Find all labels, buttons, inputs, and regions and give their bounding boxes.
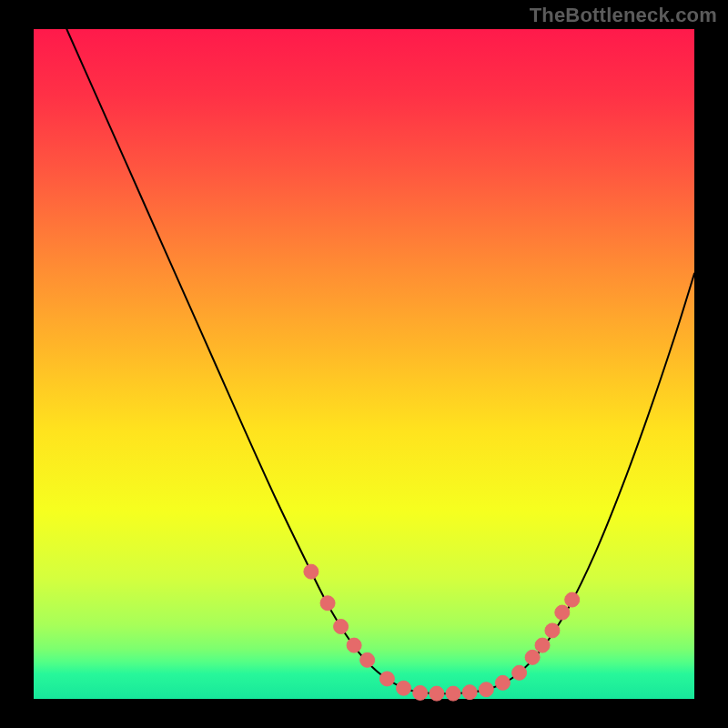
highlight-dot <box>545 623 560 638</box>
plot-background <box>34 29 694 699</box>
chart-stage: TheBottleneck.com <box>0 0 728 728</box>
highlight-dot <box>413 685 428 700</box>
highlight-dot <box>379 672 394 686</box>
highlight-dot <box>555 605 570 620</box>
highlight-dot <box>360 652 375 667</box>
highlight-dot <box>446 686 460 701</box>
highlight-dot <box>565 592 580 607</box>
highlight-dot <box>535 638 550 652</box>
highlight-dot <box>479 682 493 697</box>
highlight-dot <box>397 681 411 695</box>
highlight-dot <box>304 564 318 579</box>
highlight-dot <box>495 675 510 690</box>
highlight-dot <box>430 686 444 701</box>
highlight-dot <box>334 620 349 634</box>
watermark-text: TheBottleneck.com <box>530 4 717 27</box>
highlight-dot <box>347 638 361 652</box>
highlight-dot <box>525 650 540 664</box>
highlight-dot <box>320 596 335 611</box>
chart-canvas <box>0 0 728 728</box>
highlight-dot <box>462 685 477 700</box>
highlight-dot <box>512 665 527 680</box>
